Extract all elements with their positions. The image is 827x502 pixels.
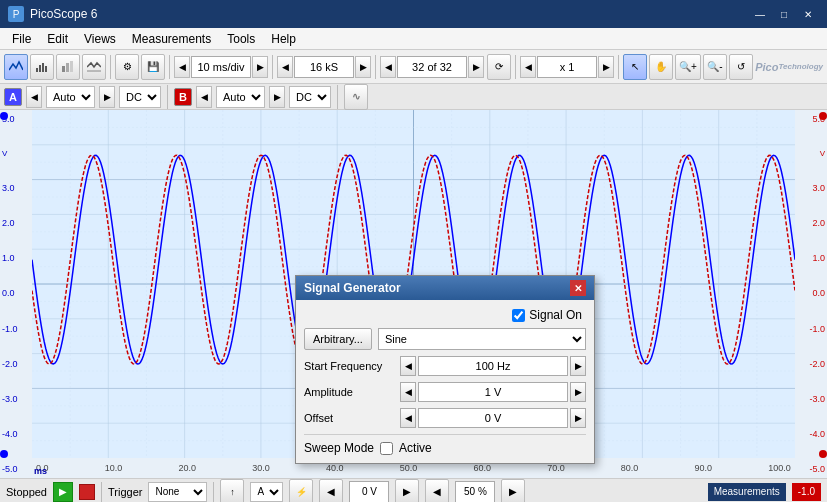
offset-nav: ◀ 0 V ▶ <box>400 408 586 428</box>
time-div-nav: ◀ 10 ms/div ▶ <box>174 56 268 78</box>
capture-prev-button[interactable]: ◀ <box>380 56 396 78</box>
channel-b-label[interactable]: B <box>174 88 192 106</box>
trigger-rising-button[interactable]: ↑ <box>220 479 244 503</box>
title-bar: P PicoScope 6 — □ ✕ <box>0 0 827 28</box>
capture-nav: ◀ 32 of 32 ▶ ⟳ <box>380 54 511 80</box>
minimize-button[interactable]: — <box>749 5 771 23</box>
trigger-percent-next[interactable]: ▶ <box>501 479 525 503</box>
channel-a-coupling-select[interactable]: DCAC <box>119 86 161 108</box>
zoom-prev-button[interactable]: ◀ <box>520 56 536 78</box>
status-separator-1 <box>101 482 102 502</box>
menu-views[interactable]: Views <box>76 30 124 48</box>
x-axis-unit: ms <box>34 466 47 476</box>
offset-value: 0 V <box>418 408 568 428</box>
amplitude-prev-button[interactable]: ◀ <box>400 382 416 402</box>
trigger-channel-select[interactable]: AB <box>250 482 283 502</box>
arbitrary-button[interactable]: Arbitrary... <box>304 328 372 350</box>
start-freq-value: 100 Hz <box>418 356 568 376</box>
trigger-percent-label: 50 % <box>455 481 495 503</box>
samples-nav: ◀ 16 kS ▶ <box>277 56 371 78</box>
zoom-label: x 1 <box>537 56 597 78</box>
close-button[interactable]: ✕ <box>797 5 819 23</box>
channel-b-coupling-select[interactable]: DCAC <box>289 86 331 108</box>
spectrum-mode-button[interactable] <box>30 54 54 80</box>
signal-generator-dialog: Signal Generator ✕ Signal On Arbitrary..… <box>295 275 595 464</box>
trigger-setting-button[interactable]: ⚡ <box>289 479 313 503</box>
amplitude-label: Amplitude <box>304 386 394 398</box>
channel-b-range-select[interactable]: Auto1V2V5V <box>216 86 265 108</box>
channel-a-bottom-indicator <box>0 450 8 458</box>
channel-b-range-next[interactable]: ▶ <box>269 86 285 108</box>
channel-a-range-prev[interactable]: ◀ <box>26 86 42 108</box>
capture-refresh-button[interactable]: ⟳ <box>487 54 511 80</box>
app-title: PicoScope 6 <box>30 7 97 21</box>
separator-5 <box>515 55 516 79</box>
hand-button[interactable]: ✋ <box>649 54 673 80</box>
channel-a-range-select[interactable]: Auto1V2V5V <box>46 86 95 108</box>
trigger-mode-select[interactable]: NoneAutoRepeat <box>148 482 207 502</box>
menu-help[interactable]: Help <box>263 30 304 48</box>
separator-3 <box>272 55 273 79</box>
samples-prev-button[interactable]: ◀ <box>277 56 293 78</box>
trigger-arrow-prev[interactable]: ◀ <box>319 479 343 503</box>
time-div-prev-button[interactable]: ◀ <box>174 56 190 78</box>
mixed-mode-button[interactable] <box>82 54 106 80</box>
sweep-mode-row: Sweep Mode Active <box>304 434 586 455</box>
status-separator-2 <box>213 482 214 502</box>
signal-on-row: Signal On <box>304 308 586 322</box>
start-freq-next-button[interactable]: ▶ <box>570 356 586 376</box>
maximize-button[interactable]: □ <box>773 5 795 23</box>
waveform-type-row: Arbitrary... Sine Square Triangle Ramp D… <box>304 328 586 350</box>
save-button[interactable]: 💾 <box>141 54 165 80</box>
sweep-mode-checkbox[interactable] <box>380 442 393 455</box>
capture-label: 32 of 32 <box>397 56 467 78</box>
scope-mode-button[interactable] <box>4 54 28 80</box>
channel-bar: A ◀ Auto1V2V5V ▶ DCAC B ◀ Auto1V2V5V ▶ D… <box>0 84 827 110</box>
offset-prev-button[interactable]: ◀ <box>400 408 416 428</box>
trigger-arrow-next[interactable]: ▶ <box>395 479 419 503</box>
samples-next-button[interactable]: ▶ <box>355 56 371 78</box>
waveform-type-select[interactable]: Sine Square Triangle Ramp DC <box>378 328 586 350</box>
dialog-title-text: Signal Generator <box>304 281 401 295</box>
offset-next-button[interactable]: ▶ <box>570 408 586 428</box>
time-div-next-button[interactable]: ▶ <box>252 56 268 78</box>
start-frequency-nav: ◀ 100 Hz ▶ <box>400 356 586 376</box>
undo-zoom-button[interactable]: ↺ <box>729 54 753 80</box>
menu-bar: File Edit Views Measurements Tools Help <box>0 28 827 50</box>
channel-a-indicator <box>0 112 8 120</box>
svg-rect-1 <box>39 65 41 72</box>
samples-label: 16 kS <box>294 56 354 78</box>
channel-a-range-next[interactable]: ▶ <box>99 86 115 108</box>
trigger-voltage-label: 0 V <box>349 481 389 503</box>
menu-measurements[interactable]: Measurements <box>124 30 219 48</box>
pico-logo: PicoTechnology <box>755 61 823 73</box>
offset-label: Offset <box>304 412 394 424</box>
amplitude-next-button[interactable]: ▶ <box>570 382 586 402</box>
capture-next-button[interactable]: ▶ <box>468 56 484 78</box>
channel-a-label[interactable]: A <box>4 88 22 106</box>
menu-edit[interactable]: Edit <box>39 30 76 48</box>
trigger-percent-prev[interactable]: ◀ <box>425 479 449 503</box>
channel-b-range-prev[interactable]: ◀ <box>196 86 212 108</box>
cursor-button[interactable]: ↖ <box>623 54 647 80</box>
start-freq-prev-button[interactable]: ◀ <box>400 356 416 376</box>
math-channel-button[interactable]: ∿ <box>344 84 368 110</box>
status-right: Measurements -1.0 <box>708 483 821 501</box>
dialog-title-bar: Signal Generator ✕ <box>296 276 594 300</box>
menu-file[interactable]: File <box>4 30 39 48</box>
dialog-close-button[interactable]: ✕ <box>570 280 586 296</box>
zoom-next-button[interactable]: ▶ <box>598 56 614 78</box>
signal-on-checkbox[interactable] <box>512 309 525 322</box>
status-red-indicator: -1.0 <box>792 483 821 501</box>
settings-button[interactable]: ⚙ <box>115 54 139 80</box>
zoom-in-button[interactable]: 🔍+ <box>675 54 701 80</box>
active-label: Active <box>399 441 432 455</box>
menu-tools[interactable]: Tools <box>219 30 263 48</box>
zoom-out-button[interactable]: 🔍- <box>703 54 727 80</box>
measurements-badge[interactable]: Measurements <box>708 483 786 501</box>
toolbar: ⚙ 💾 ◀ 10 ms/div ▶ ◀ 16 kS ▶ ◀ 32 of 32 ▶… <box>0 50 827 84</box>
play-button[interactable]: ▶ <box>53 482 73 502</box>
svg-rect-6 <box>70 61 73 72</box>
stop-button[interactable] <box>79 484 95 500</box>
persistence-mode-button[interactable] <box>56 54 80 80</box>
